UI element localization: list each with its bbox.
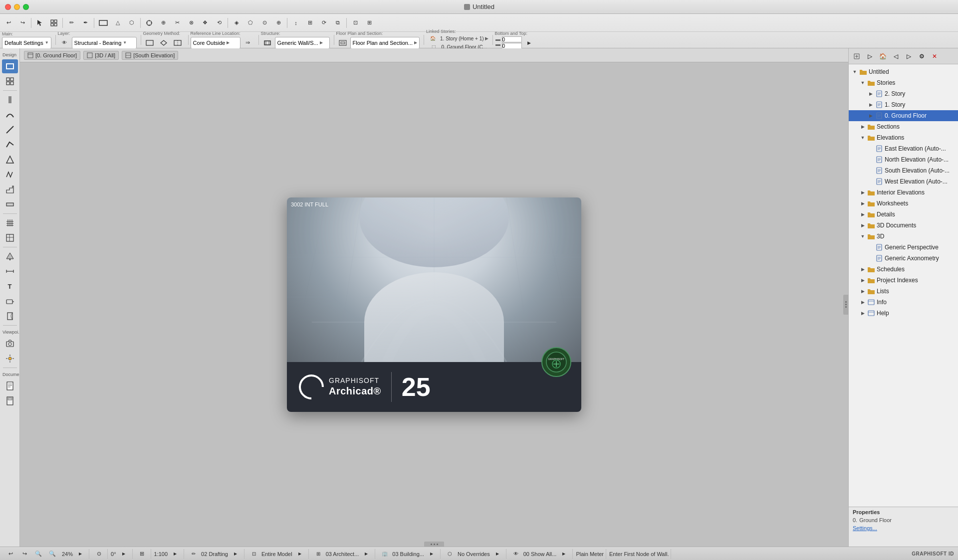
line-tool-btn[interactable] [2, 123, 18, 137]
structure-dropdown[interactable]: Generic Wall/S... ▶ [275, 37, 330, 49]
building-dropdown-btn[interactable]: ▶ [425, 550, 438, 558]
rp-home-btn[interactable]: 🏠 [877, 50, 889, 62]
grid-status-btn[interactable]: ⊞ [136, 550, 149, 558]
settings-link[interactable]: Settings... [853, 525, 877, 531]
fp-dropdown[interactable]: Floor Plan and Section... ▶ [350, 37, 420, 49]
bottom-top-expand-btn[interactable]: ▶ [523, 36, 536, 49]
minimize-button[interactable] [14, 4, 20, 10]
tree-item-root[interactable]: ▼ Untitled [849, 66, 958, 77]
entire-model-dropdown-btn[interactable]: ▶ [293, 550, 306, 558]
tree-item-gen-persp[interactable]: Generic Perspective [849, 242, 958, 253]
tree-item-proj-idx[interactable]: ▶ Project Indexes [849, 275, 958, 286]
fp-icon-btn[interactable] [336, 36, 349, 49]
overrides-icon-btn[interactable]: ⬡ [444, 550, 457, 558]
layout-btn[interactable]: ⊞ [303, 16, 316, 29]
tree-item-info[interactable]: ▶ Info [849, 297, 958, 308]
tree-item-sections[interactable]: ▶ Sections [849, 121, 958, 132]
architect-dropdown-btn[interactable]: ▶ [360, 550, 373, 558]
hex-btn[interactable]: ⬡ [125, 16, 138, 29]
guide-btn[interactable]: ⊕ [157, 16, 170, 29]
rotate-btn[interactable]: ⟲ [213, 16, 226, 29]
slab-tool-btn[interactable] [2, 197, 18, 211]
polygon-btn[interactable]: ⬠ [244, 16, 257, 29]
mirror-btn[interactable]: ❖ [199, 16, 212, 29]
tree-item-schedules[interactable]: ▶ Schedules [849, 264, 958, 275]
column-tool-btn[interactable] [2, 93, 18, 107]
tree-item-details[interactable]: ▶ Details [849, 209, 958, 220]
rp-expand-all-btn[interactable] [851, 50, 863, 62]
rotation-dropdown-btn[interactable]: ▶ [117, 550, 130, 558]
text-tool-btn[interactable]: T [2, 279, 18, 293]
rp-collapse-btn[interactable]: ▷ [864, 50, 876, 62]
canvas-content[interactable]: 3002 INT FULL GRAPHISOFT Archicad® 25 [20, 62, 848, 547]
grid-left-btn[interactable] [2, 74, 18, 88]
mesh-tool-btn[interactable] [2, 216, 18, 230]
arrow-left-btn[interactable]: ↕ [289, 16, 302, 29]
triangle-tool-btn[interactable] [2, 153, 18, 167]
graphisoft-id[interactable]: GRAPHISOFT ID [912, 551, 954, 557]
bottom-input[interactable] [502, 36, 522, 42]
ls1-icon-btn[interactable]: 🏠 [426, 34, 439, 42]
tree-item-stories[interactable]: ▼ Stories [849, 77, 958, 88]
tree-item-west-elev[interactable]: West Elevation (Auto-... [849, 176, 958, 187]
select-tool-btn[interactable] [33, 16, 46, 29]
layer-dropdown[interactable]: Structural - Bearing ▼ [72, 37, 137, 49]
geom-seg-btn[interactable] [157, 36, 170, 49]
master-layout-btn[interactable] [2, 394, 18, 408]
sync-btn[interactable]: ⟳ [317, 16, 330, 29]
settings-btn[interactable]: ⊡ [349, 16, 362, 29]
rp-settings-btn[interactable]: ⚙ [916, 50, 928, 62]
pencil-btn[interactable]: ✏ [65, 16, 78, 29]
rect-btn[interactable] [96, 16, 110, 29]
geom-rect-btn[interactable] [143, 36, 156, 49]
drafting-icon-btn[interactable]: ✏ [187, 550, 200, 558]
tree-item-east-elev[interactable]: East Elevation (Auto-... [849, 143, 958, 154]
scale-dropdown-btn[interactable]: ▶ [169, 550, 182, 558]
copy-btn[interactable]: ⧉ [331, 16, 344, 29]
rp-close-btn[interactable]: ✕ [929, 50, 941, 62]
camera-tool-btn[interactable] [2, 337, 18, 351]
redo-button[interactable]: ↪ [16, 16, 29, 29]
drafting-dropdown-btn[interactable]: ▶ [229, 550, 242, 558]
floor-view-indicator[interactable]: [0. Ground Floor] [24, 51, 80, 60]
tree-item-gen-axon[interactable]: Generic Axonometry [849, 253, 958, 264]
zoom-out-btn[interactable]: 🔍 [46, 549, 59, 559]
door-tool-btn[interactable] [2, 309, 18, 323]
layer-eye-btn[interactable]: 👁 [58, 36, 71, 49]
close-button[interactable] [5, 4, 11, 10]
tree-item-story1[interactable]: ▶ 1. Story [849, 99, 958, 110]
zoom-in-btn[interactable]: 🔍 [32, 549, 45, 559]
building-icon-btn[interactable]: 🏢 [378, 550, 391, 558]
tree-item-help[interactable]: ▶ Help [849, 308, 958, 319]
structure-icon-btn[interactable] [261, 36, 274, 49]
arc-tool-btn[interactable] [2, 108, 18, 122]
circle-btn[interactable]: ⊙ [258, 16, 271, 29]
snap-btn[interactable] [143, 16, 156, 29]
tree-item-int-elev[interactable]: ▶ Interior Elevations [849, 187, 958, 198]
tree-item-worksheets[interactable]: ▶ Worksheets [849, 198, 958, 209]
layout-page-btn[interactable] [2, 379, 18, 393]
show-all-icon-btn[interactable]: 👁 [509, 550, 522, 558]
tree-item-north-elev[interactable]: North Elevation (Auto-... [849, 154, 958, 165]
curtain-tool-btn[interactable] [2, 231, 18, 245]
3d-view-indicator[interactable]: [3D / All] [83, 51, 119, 60]
main-dropdown[interactable]: Default Settings ▼ [2, 37, 51, 49]
tree-item-elevations[interactable]: ▼ Elevations [849, 132, 958, 143]
canvas-area[interactable]: [0. Ground Floor] [3D / All] [South Elev… [20, 48, 848, 547]
show-all-dropdown-btn[interactable]: ▶ [557, 550, 570, 558]
measure-btn[interactable]: ◈ [230, 16, 243, 29]
canvas-right-handle[interactable] [843, 295, 848, 315]
pen-btn[interactable]: ✒ [79, 16, 92, 29]
tree-item-story2[interactable]: ▶ 2. Story [849, 88, 958, 99]
fill-tool-btn[interactable] [2, 249, 18, 263]
rp-fwd-btn[interactable]: ▷ [903, 50, 915, 62]
zoom-dropdown-btn[interactable]: ▶ [74, 550, 87, 558]
tree-item-ground-floor[interactable]: ▶ 0. Ground Floor [849, 110, 958, 121]
triangle-btn[interactable]: △ [111, 16, 124, 29]
status-redo-btn[interactable]: ↪ [18, 549, 31, 559]
marker-btn[interactable]: ⊙ [92, 550, 105, 558]
cut-btn[interactable]: ✂ [171, 16, 184, 29]
wall-tool-btn[interactable] [2, 59, 18, 73]
tree-item-3d-docs[interactable]: ▶ 3D Documents [849, 220, 958, 231]
maximize-button[interactable] [23, 4, 29, 10]
